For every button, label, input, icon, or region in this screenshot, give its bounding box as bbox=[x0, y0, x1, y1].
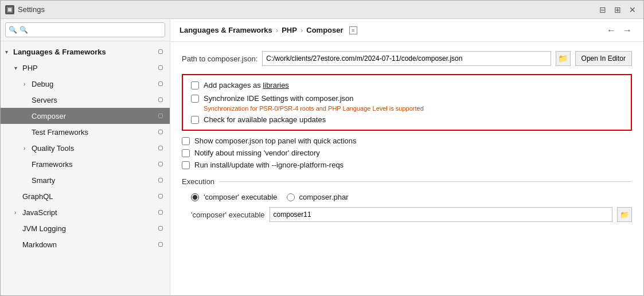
open-in-editor-button[interactable]: Open In Editor bbox=[575, 51, 632, 66]
sync-settings-row: Synchronize IDE Settings with composer.j… bbox=[191, 94, 623, 103]
options-box: Add packages as libraries Synchronize ID… bbox=[182, 74, 632, 131]
sidebar-item-label: Smarty bbox=[32, 176, 156, 185]
settings-dot bbox=[156, 224, 165, 233]
breadcrumb-sep-2: › bbox=[300, 26, 303, 34]
breadcrumb-settings-icon: ≡ bbox=[349, 26, 357, 34]
window-title: Settings bbox=[18, 5, 596, 14]
minimize-button[interactable]: ⊟ bbox=[596, 3, 609, 16]
search-icon: 🔍 bbox=[9, 26, 17, 34]
show-panel-checkbox[interactable] bbox=[182, 137, 190, 145]
exec-input[interactable] bbox=[270, 207, 612, 222]
notify-missing-checkbox[interactable] bbox=[182, 149, 190, 157]
sidebar-item-jvm-logging[interactable]: JVM Logging bbox=[1, 220, 170, 236]
sync-hint-text: Synchronization for PSR-0/PSR-4 roots an… bbox=[204, 105, 623, 112]
settings-dot bbox=[156, 63, 165, 72]
expand-arrow: › bbox=[24, 81, 32, 87]
breadcrumb: Languages & Frameworks › PHP › Composer … bbox=[179, 26, 357, 34]
sidebar-item-graphql[interactable]: GraphQL bbox=[1, 188, 170, 204]
back-button[interactable]: ← bbox=[604, 24, 618, 37]
settings-dot bbox=[156, 159, 165, 169]
exec-row: 'composer' executable 📁 bbox=[182, 207, 632, 222]
nav-buttons: ← → bbox=[604, 24, 634, 37]
sidebar-item-markdown[interactable]: Markdown bbox=[1, 236, 170, 252]
sidebar-item-debug[interactable]: › Debug bbox=[1, 76, 170, 92]
app-icon bbox=[5, 5, 14, 14]
sidebar-tree: ▾ Languages & Frameworks ▾ PHP › Debug bbox=[1, 41, 170, 295]
sidebar-item-javascript[interactable]: › JavaScript bbox=[1, 204, 170, 220]
exec-label: 'composer' executable bbox=[191, 211, 265, 219]
exec-folder-button[interactable]: 📁 bbox=[617, 207, 632, 222]
run-install-row: Run install/update with --ignore-platfor… bbox=[182, 161, 632, 169]
check-updates-checkbox[interactable] bbox=[191, 116, 199, 124]
sync-settings-checkbox[interactable] bbox=[191, 95, 199, 103]
breadcrumb-bar: Languages & Frameworks › PHP › Composer … bbox=[170, 19, 643, 42]
main-content: 🔍 ▾ Languages & Frameworks ▾ PHP bbox=[1, 19, 643, 295]
sidebar-item-label: Servers bbox=[32, 96, 156, 104]
sidebar: 🔍 ▾ Languages & Frameworks ▾ PHP bbox=[1, 19, 170, 295]
sidebar-item-servers[interactable]: Servers bbox=[1, 92, 170, 108]
show-panel-row: Show composer.json top panel with quick … bbox=[182, 137, 632, 145]
sidebar-item-php[interactable]: ▾ PHP bbox=[1, 60, 170, 76]
sidebar-item-languages-frameworks[interactable]: ▾ Languages & Frameworks bbox=[1, 44, 170, 60]
expand-arrow: › bbox=[24, 145, 32, 151]
sidebar-item-label: GraphQL bbox=[22, 192, 156, 201]
close-button[interactable]: ✕ bbox=[626, 3, 639, 16]
run-install-label: Run install/update with --ignore-platfor… bbox=[194, 161, 344, 169]
radio-composer-phar[interactable] bbox=[287, 193, 295, 201]
sidebar-item-label: JavaScript bbox=[22, 208, 156, 217]
sidebar-item-composer[interactable]: Composer bbox=[1, 108, 170, 124]
breadcrumb-part-1: Languages & Frameworks bbox=[179, 26, 272, 34]
maximize-button[interactable]: ⊞ bbox=[611, 3, 624, 16]
breadcrumb-sep-1: › bbox=[276, 26, 278, 34]
run-install-checkbox[interactable] bbox=[182, 161, 190, 169]
settings-dot bbox=[156, 176, 165, 185]
expand-arrow: ▾ bbox=[14, 65, 22, 71]
sidebar-item-smarty[interactable]: Smarty bbox=[1, 172, 170, 188]
breadcrumb-part-3: Composer bbox=[306, 26, 343, 34]
sidebar-item-label: Test Frameworks bbox=[32, 128, 156, 137]
execution-divider: Execution bbox=[182, 177, 632, 186]
regular-options: Show composer.json top panel with quick … bbox=[182, 137, 632, 169]
expand-arrow: › bbox=[14, 209, 22, 216]
settings-dot bbox=[156, 192, 165, 201]
title-bar: Settings ⊟ ⊞ ✕ bbox=[1, 1, 643, 19]
notify-missing-row: Notify about missing 'vendor' directory bbox=[182, 149, 632, 157]
breadcrumb-part-2: PHP bbox=[282, 26, 297, 34]
settings-window: Settings ⊟ ⊞ ✕ 🔍 ▾ Languages & Framework… bbox=[0, 0, 644, 296]
path-label: Path to composer.json: bbox=[182, 54, 257, 63]
right-panel: Languages & Frameworks › PHP › Composer … bbox=[170, 19, 643, 295]
sidebar-item-label: Quality Tools bbox=[32, 144, 156, 153]
settings-dot bbox=[156, 47, 165, 56]
divider-line bbox=[219, 181, 632, 182]
sidebar-item-label: PHP bbox=[22, 64, 156, 72]
check-updates-label: Check for available package updates bbox=[204, 115, 326, 124]
add-packages-label: Add packages as libraries bbox=[204, 81, 289, 89]
settings-dot bbox=[156, 240, 165, 249]
search-bar: 🔍 bbox=[1, 19, 170, 41]
settings-dot bbox=[156, 127, 165, 137]
radio-composer-phar-label: composer.phar bbox=[299, 193, 349, 201]
sidebar-item-label: Frameworks bbox=[32, 160, 156, 169]
window-controls: ⊟ ⊞ ✕ bbox=[596, 3, 639, 16]
radio-composer-exec-label: 'composer' executable bbox=[204, 193, 278, 201]
radio-composer-exec[interactable] bbox=[191, 193, 199, 201]
sidebar-item-test-frameworks[interactable]: Test Frameworks bbox=[1, 124, 170, 140]
notify-missing-label: Notify about missing 'vendor' directory bbox=[194, 149, 320, 157]
sidebar-item-label: Languages & Frameworks bbox=[13, 48, 156, 56]
sidebar-item-quality-tools[interactable]: › Quality Tools bbox=[1, 140, 170, 156]
sidebar-item-frameworks[interactable]: Frameworks bbox=[1, 156, 170, 172]
forward-button[interactable]: → bbox=[620, 24, 634, 37]
path-row: Path to composer.json: 📁 Open In Editor bbox=[182, 51, 632, 66]
path-input[interactable] bbox=[262, 51, 551, 66]
sidebar-item-label: Markdown bbox=[22, 240, 156, 249]
sync-settings-label: Synchronize IDE Settings with composer.j… bbox=[204, 94, 354, 103]
settings-dot bbox=[156, 111, 165, 120]
settings-dot bbox=[156, 143, 165, 153]
sidebar-item-label: Composer bbox=[32, 112, 156, 120]
search-input[interactable] bbox=[5, 22, 165, 37]
search-container: 🔍 bbox=[5, 22, 165, 37]
settings-dot bbox=[156, 95, 165, 104]
svg-rect-1 bbox=[8, 8, 11, 11]
path-folder-button[interactable]: 📁 bbox=[556, 51, 571, 66]
add-packages-checkbox[interactable] bbox=[191, 81, 199, 89]
